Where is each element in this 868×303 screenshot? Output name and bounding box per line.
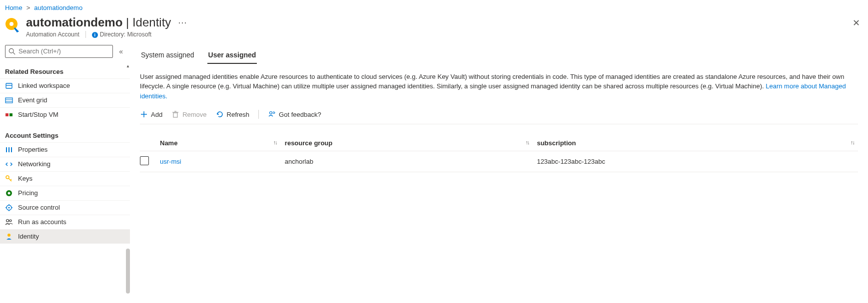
sidebar-item-event-grid[interactable]: Event grid — [0, 93, 130, 107]
key-icon — [5, 175, 13, 183]
svg-rect-10 — [5, 113, 8, 116]
pricing-icon — [5, 189, 13, 197]
identity-icon — [5, 233, 13, 241]
section-account-settings: Account Settings — [0, 128, 130, 142]
scrollbar-track[interactable] — [126, 64, 130, 301]
accounts-icon — [5, 218, 13, 226]
page-header: automationdemo | Identity ⋯ Automation A… — [0, 13, 868, 43]
sidebar-item-pricing[interactable]: Pricing — [0, 186, 130, 200]
scrollbar-thumb[interactable] — [126, 249, 130, 294]
sidebar-item-networking[interactable]: Networking — [0, 157, 130, 171]
sidebar: « ▲ Related Resources Linked workspace E… — [0, 43, 130, 301]
page-title: automationdemo | Identity — [26, 15, 171, 30]
search-box[interactable] — [5, 45, 113, 58]
close-button[interactable]: ✕ — [850, 15, 863, 30]
vm-icon — [5, 111, 13, 119]
svg-point-26 — [6, 219, 9, 222]
refresh-icon — [216, 110, 224, 118]
main-content: System assigned User assigned User assig… — [130, 43, 868, 301]
svg-point-19 — [8, 192, 10, 194]
svg-point-21 — [8, 207, 10, 208]
resource-type-label: Automation Account — [26, 31, 79, 38]
toolbar: Add Remove Refresh Got feedback? — [140, 110, 858, 124]
sidebar-item-run-as-accounts[interactable]: Run as accounts — [0, 215, 130, 229]
section-related-resources: Related Resources — [0, 64, 130, 78]
more-actions-button[interactable]: ⋯ — [176, 18, 189, 27]
info-icon: i — [92, 32, 98, 38]
identity-name-link[interactable]: usr-msi — [160, 158, 181, 165]
svg-line-4 — [13, 52, 15, 54]
workspace-icon — [5, 82, 13, 90]
breadcrumb: Home > automationdemo — [0, 0, 868, 13]
sidebar-item-properties[interactable]: Properties — [0, 142, 130, 157]
svg-point-3 — [9, 48, 13, 53]
sidebar-item-start-stop-vm[interactable]: Start/Stop VM — [0, 107, 130, 122]
description-text: User assigned managed identities enable … — [140, 72, 858, 101]
sidebar-item-keys[interactable]: Keys — [0, 171, 130, 186]
sort-icon[interactable]: ↑↓ — [851, 139, 854, 145]
directory-label: iDirectory: Microsoft — [92, 31, 151, 38]
breadcrumb-current[interactable]: automationdemo — [34, 4, 82, 11]
remove-button: Remove — [171, 110, 206, 118]
svg-point-1 — [9, 22, 13, 26]
sidebar-item-source-control[interactable]: Source control — [0, 200, 130, 215]
col-name[interactable]: Name↑↓ — [156, 135, 281, 151]
search-input[interactable] — [18, 47, 109, 55]
svg-point-27 — [9, 220, 11, 222]
trash-icon — [171, 110, 179, 118]
refresh-button[interactable]: Refresh — [216, 110, 250, 118]
breadcrumb-home[interactable]: Home — [5, 4, 22, 11]
add-button[interactable]: Add — [140, 110, 162, 118]
sidebar-item-linked-workspace[interactable]: Linked workspace — [0, 78, 130, 93]
sort-icon[interactable]: ↑↓ — [273, 139, 277, 145]
svg-point-34 — [270, 112, 272, 114]
tab-system-assigned[interactable]: System assigned — [140, 47, 195, 64]
svg-point-28 — [7, 234, 10, 237]
svg-rect-5 — [6, 83, 12, 88]
svg-line-17 — [10, 179, 11, 180]
tabs: System assigned User assigned — [140, 47, 858, 64]
cell-resource-group: anchorlab — [281, 151, 533, 172]
svg-rect-7 — [5, 98, 12, 103]
sort-icon[interactable]: ↑↓ — [525, 139, 529, 145]
tab-user-assigned[interactable]: User assigned — [207, 47, 257, 64]
properties-icon — [5, 146, 13, 154]
automation-account-icon — [5, 17, 21, 33]
plus-icon — [140, 110, 148, 118]
breadcrumb-sep: > — [26, 4, 30, 11]
collapse-sidebar-button[interactable]: « — [117, 45, 125, 57]
gear-icon — [5, 204, 13, 212]
identities-table: Name↑↓ resource group↑↓ subscription↑↓ u… — [140, 135, 858, 172]
search-icon — [8, 48, 15, 55]
feedback-button[interactable]: Got feedback? — [268, 110, 321, 118]
networking-icon — [5, 160, 13, 168]
svg-rect-31 — [173, 113, 177, 117]
svg-marker-2 — [14, 27, 19, 32]
feedback-icon — [268, 110, 276, 118]
svg-rect-11 — [9, 113, 12, 116]
event-grid-icon — [5, 96, 13, 104]
cell-subscription: 123abc-123abc-123abc — [533, 151, 858, 172]
col-resource-group[interactable]: resource group↑↓ — [281, 135, 533, 151]
row-checkbox[interactable] — [140, 156, 149, 165]
sidebar-item-identity[interactable]: Identity — [0, 229, 130, 244]
table-row[interactable]: usr-msi anchorlab 123abc-123abc-123abc — [140, 151, 858, 172]
col-subscription[interactable]: subscription↑↓ — [533, 135, 858, 151]
